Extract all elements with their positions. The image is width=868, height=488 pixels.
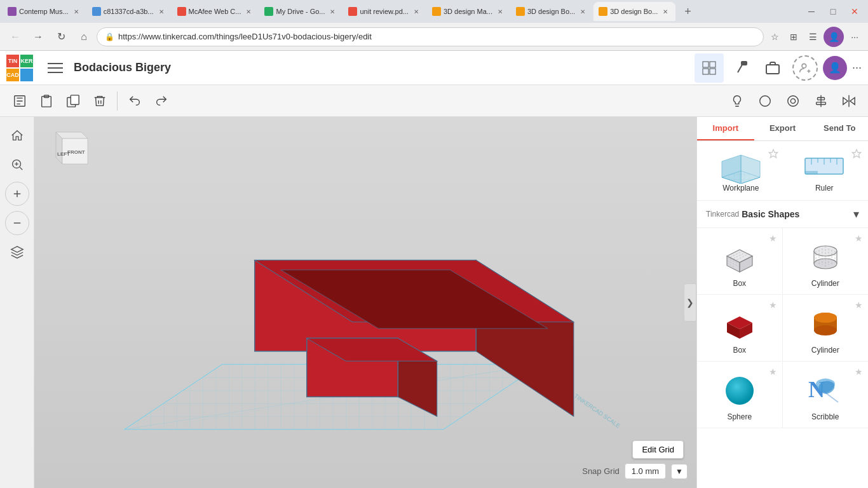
target-button[interactable]: [782, 90, 804, 112]
svg-point-82: [814, 313, 837, 323]
ruler-button[interactable]: Ruler: [787, 149, 862, 193]
tab-mydrive[interactable]: My Drive - Go... ✕: [259, 2, 342, 21]
shape-box-red-star[interactable]: ★: [769, 300, 777, 310]
tab-3d2[interactable]: 3D design Bo... ✕: [511, 2, 593, 21]
workplane-button[interactable]: Workplane: [703, 149, 778, 193]
category-dropdown[interactable]: ▾: [853, 207, 859, 221]
box-wireframe-label: Box: [733, 279, 746, 288]
tab-export[interactable]: Export: [754, 117, 811, 140]
home-button[interactable]: ⌂: [74, 27, 94, 47]
workplane-star[interactable]: [768, 149, 778, 161]
shape-box-red[interactable]: ★ Box: [697, 295, 783, 362]
add-user-button[interactable]: [792, 55, 818, 81]
tab-bar: Contemp Mus... ✕ c81337cd-a3b... ✕ McAfe…: [0, 0, 868, 23]
edit-grid-button[interactable]: Edit Grid: [632, 440, 684, 459]
shape-cylinder-wireframe[interactable]: ★ Cylinder: [783, 228, 869, 295]
tab-close-3d3[interactable]: ✕: [660, 6, 670, 17]
new-tab-button[interactable]: +: [679, 3, 696, 20]
shapes-grid: ★: [697, 228, 868, 428]
forward-button[interactable]: →: [28, 27, 48, 47]
scribble-icon: N: [803, 370, 848, 409]
shape-scribble-star[interactable]: ★: [855, 367, 863, 377]
shape-cylinder-orange[interactable]: ★ Cylinder: [783, 295, 869, 362]
shape-box-wireframe-star[interactable]: ★: [769, 233, 777, 243]
tab-contemp[interactable]: Contemp Mus... ✕: [3, 2, 86, 21]
svg-rect-0: [48, 63, 63, 64]
tab-3d1[interactable]: 3D design Ma... ✕: [427, 2, 510, 21]
cylinder-wireframe-label: Cylinder: [811, 279, 839, 288]
tab-3d3[interactable]: 3D design Bo... ✕: [593, 2, 675, 21]
zoom-fit-button[interactable]: [5, 152, 29, 177]
shape-cylinder-wireframe-star[interactable]: ★: [855, 233, 863, 243]
favorites-button[interactable]: ☰: [804, 29, 821, 45]
snap-grid-row: Snap Grid 1.0 mm ▼: [582, 463, 688, 479]
tab-close-3d2[interactable]: ✕: [578, 6, 588, 17]
tab-c81[interactable]: c81337cd-a3b... ✕: [87, 2, 172, 21]
tab-send-to[interactable]: Send To: [811, 117, 868, 140]
shape-sphere-star[interactable]: ★: [769, 367, 777, 377]
grid-view-button[interactable]: [695, 53, 724, 83]
settings-button[interactable]: ···: [846, 29, 863, 45]
app-header: TIN KER CAD Bodacious Bigery: [0, 51, 868, 85]
tab-title-c81: c81337cd-a3b...: [104, 8, 154, 15]
maximize-button[interactable]: □: [825, 3, 841, 20]
align-button[interactable]: [810, 90, 832, 112]
tab-close-contemp[interactable]: ✕: [71, 6, 81, 17]
address-input[interactable]: 🔒 https://www.tinkercad.com/things/leeD1…: [97, 27, 764, 46]
delete-button[interactable]: [88, 89, 112, 113]
tab-unit[interactable]: unit review.pd... ✕: [343, 2, 426, 21]
user-avatar[interactable]: 👤: [823, 56, 847, 80]
snap-grid-value[interactable]: 1.0 mm: [625, 463, 666, 479]
tab-close-3d1[interactable]: ✕: [495, 6, 505, 17]
hammer-button[interactable]: [726, 53, 756, 83]
briefcase-button[interactable]: [758, 53, 787, 83]
zoom-out-button[interactable]: [5, 211, 29, 235]
shape-sphere-blue[interactable]: ★ Sphere: [697, 362, 783, 428]
shape-scribble[interactable]: ★ N Scribble: [783, 362, 869, 428]
more-options-button[interactable]: ···: [852, 61, 862, 74]
lightbulb-button[interactable]: [726, 90, 749, 112]
back-button[interactable]: ←: [5, 27, 25, 47]
mirror-button[interactable]: [837, 90, 860, 112]
tab-close-c81[interactable]: ✕: [156, 6, 166, 17]
tab-close-mcafee[interactable]: ✕: [243, 6, 254, 17]
3d-scene: TINKERCAD SCALE: [34, 117, 696, 488]
scribble-label: Scribble: [811, 412, 839, 421]
snap-grid-dropdown[interactable]: ▼: [671, 464, 688, 479]
new-page-button[interactable]: [8, 89, 32, 113]
svg-rect-2: [48, 72, 63, 73]
panel-collapse-button[interactable]: ❯: [684, 283, 696, 322]
refresh-button[interactable]: ↻: [51, 27, 71, 47]
duplicate-button[interactable]: [61, 89, 85, 113]
tab-close-mydrive[interactable]: ✕: [327, 6, 337, 17]
cylinder-wireframe-icon: [803, 237, 848, 275]
redo-button[interactable]: [149, 89, 173, 113]
home-view-button[interactable]: [5, 123, 29, 147]
perspective-button[interactable]: [5, 240, 29, 264]
clipboard-button[interactable]: [34, 89, 58, 113]
circle-button[interactable]: [754, 90, 776, 112]
ruler-star[interactable]: [851, 149, 862, 161]
close-button[interactable]: ✕: [846, 3, 863, 20]
box-red-icon: [717, 304, 762, 342]
shape-box-wireframe[interactable]: ★: [697, 228, 783, 295]
svg-marker-47: [852, 149, 860, 158]
zoom-in-button[interactable]: [5, 182, 29, 206]
address-url: https://www.tinkercad.com/things/leeD1Us…: [118, 32, 756, 41]
svg-rect-8: [766, 65, 779, 74]
collections-button[interactable]: ⊞: [785, 29, 802, 45]
right-panel-tabs: Import Export Send To: [697, 117, 868, 141]
profile-button[interactable]: 👤: [824, 27, 844, 47]
viewport[interactable]: LEFT FRONT: [34, 117, 696, 488]
minimize-button[interactable]: ─: [803, 3, 820, 20]
svg-point-17: [790, 98, 795, 103]
tab-close-unit[interactable]: ✕: [411, 6, 421, 17]
tab-import[interactable]: Import: [697, 117, 754, 140]
bookmark-button[interactable]: ☆: [766, 29, 783, 45]
undo-button[interactable]: [123, 89, 147, 113]
svg-marker-46: [722, 155, 741, 184]
toolbar-separator-1: [117, 92, 118, 111]
hamburger-button[interactable]: [41, 53, 70, 83]
shape-cylinder-orange-star[interactable]: ★: [855, 300, 863, 310]
tab-mcafee[interactable]: McAfee Web C... ✕: [172, 2, 259, 21]
